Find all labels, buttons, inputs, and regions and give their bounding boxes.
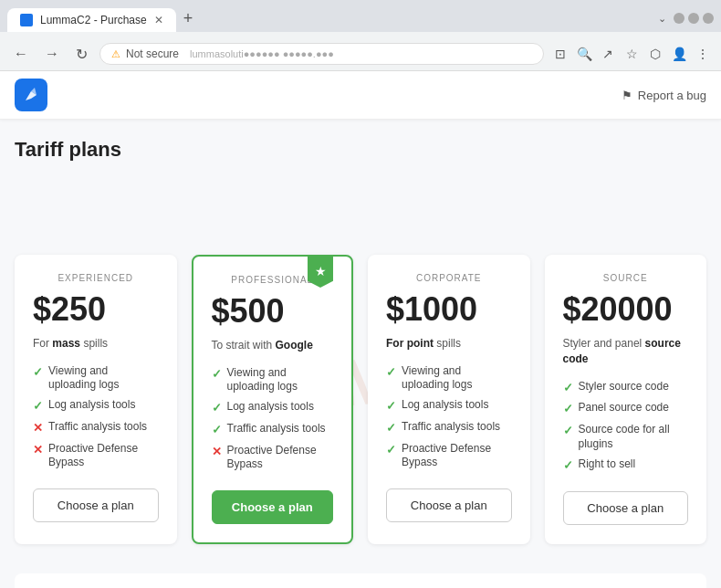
- report-bug-button[interactable]: ⚑ Report a bug: [622, 89, 706, 102]
- profile-icon[interactable]: 👤: [670, 45, 688, 63]
- feature-item: ✓Viewing and uploading logs: [212, 366, 334, 394]
- cross-icon: ✕: [33, 421, 43, 436]
- reload-button[interactable]: ↻: [71, 44, 92, 65]
- window-controls: ⌄: [658, 13, 714, 25]
- plan-desc-source: Styler and panel source code: [563, 336, 689, 367]
- plans-grid: EXPERIENCED $250 For mass spills ✓Viewin…: [15, 255, 706, 544]
- minimize-button[interactable]: [674, 13, 684, 24]
- plan-price-experienced: $250: [33, 290, 159, 329]
- plan-features-corporate: ✓Viewing and uploading logs ✓Log analysi…: [386, 364, 512, 470]
- choose-plan-button-experienced[interactable]: Choose a plan: [33, 488, 159, 522]
- check-icon: ✓: [563, 402, 573, 417]
- plan-name-corporate: CORPORATE: [386, 273, 512, 283]
- feature-item: ✓Viewing and uploading logs: [386, 364, 512, 393]
- faq-section: Answers on questions What's your takeawa…: [15, 573, 706, 588]
- menu-icon[interactable]: ⋮: [694, 45, 712, 63]
- check-icon: ✓: [33, 399, 43, 415]
- feature-item: ✓Source code for all plugins: [563, 423, 689, 451]
- check-icon: ✓: [563, 381, 573, 396]
- browser-chrome: LummaC2 - Purchase ✕ + ⌄: [0, 0, 721, 32]
- cross-icon: ✕: [33, 443, 43, 458]
- feature-item: ✓Viewing and uploading logs: [33, 364, 159, 393]
- tab-favicon: [20, 14, 33, 26]
- security-icon: ⚠: [111, 48, 120, 60]
- plan-card-professional: ★ PROFESSIONAL $500 To strait with Googl…: [192, 255, 354, 544]
- plan-price-professional: $500: [212, 292, 334, 331]
- bookmark-icon[interactable]: ☆: [622, 45, 641, 63]
- chevron-icon: ⌄: [658, 13, 666, 25]
- choose-plan-button-source[interactable]: Choose a plan: [563, 491, 689, 525]
- toolbar-icons: ⊡ 🔍 ↗ ☆ ⬡ 👤 ⋮: [551, 45, 712, 63]
- plan-card-corporate: CORPORATE $1000 For point spills ✓Viewin…: [368, 255, 530, 544]
- feature-item: ✕Proactive Defense Bypass: [33, 442, 159, 470]
- feature-item: ✓Log analysis tools: [212, 400, 334, 416]
- plan-features-experienced: ✓Viewing and uploading logs ✓Log analysi…: [33, 364, 159, 470]
- check-icon: ✓: [212, 423, 222, 438]
- browser-toolbar: ← → ↻ ⚠ Not secure lummasoluti●●●●●● ●●●…: [0, 37, 721, 71]
- logo-icon: [22, 86, 40, 104]
- feature-item: ✕Proactive Defense Bypass: [212, 444, 334, 472]
- check-icon: ✓: [386, 365, 396, 381]
- page-header: ⚑ Report a bug: [0, 71, 721, 120]
- feature-item: ✕Traffic analysis tools: [33, 420, 159, 436]
- feature-item: ✓Right to sell: [563, 457, 689, 474]
- close-button[interactable]: [703, 13, 714, 24]
- title-bar: LummaC2 - Purchase ✕ + ⌄: [7, 5, 714, 32]
- plan-features-professional: ✓Viewing and uploading logs ✓Log analysi…: [212, 366, 334, 472]
- choose-plan-button-corporate[interactable]: Choose a plan: [386, 488, 512, 522]
- plan-card-experienced: EXPERIENCED $250 For mass spills ✓Viewin…: [15, 255, 177, 544]
- page: ⚑ Report a bug Tariff plans LUMMAC2 EXPE…: [0, 71, 721, 588]
- check-icon: ✓: [212, 401, 222, 416]
- page-title: Tariff plans: [15, 138, 706, 162]
- plan-desc-professional: To strait with Google: [212, 338, 334, 353]
- forward-button[interactable]: →: [40, 44, 64, 64]
- share-icon[interactable]: ↗: [599, 45, 617, 63]
- report-bug-label: Report a bug: [638, 89, 706, 102]
- feature-item: ✓Proactive Defense Bypass: [386, 442, 512, 470]
- plans-section: LUMMAC2 EXPERIENCED $250 For mass spills…: [15, 180, 706, 544]
- plan-desc-corporate: For point spills: [386, 336, 512, 352]
- plan-features-source: ✓Styler source code ✓Panel source code ✓…: [563, 380, 689, 474]
- plan-name-source: SOURCE: [563, 273, 689, 283]
- cast-icon[interactable]: ⊡: [551, 45, 569, 63]
- plan-card-source: SOURCE $20000 Styler and panel source co…: [545, 255, 707, 544]
- plan-price-source: $20000: [563, 290, 689, 329]
- choose-plan-button-professional[interactable]: Choose a plan: [212, 490, 334, 524]
- check-icon: ✓: [33, 365, 43, 381]
- check-icon: ✓: [563, 424, 573, 439]
- address-bar[interactable]: ⚠ Not secure lummasoluti●●●●●● ●●●●●.●●●: [99, 43, 544, 65]
- feature-item: ✓Styler source code: [563, 380, 689, 396]
- check-icon: ✓: [212, 367, 222, 383]
- tab-title: LummaC2 - Purchase: [40, 14, 147, 26]
- back-button[interactable]: ←: [9, 44, 33, 64]
- plan-price-corporate: $1000: [386, 290, 512, 329]
- feature-item: ✓Traffic analysis tools: [212, 422, 334, 438]
- check-icon: ✓: [563, 458, 573, 474]
- maximize-button[interactable]: [688, 13, 699, 24]
- feature-item: ✓Panel source code: [563, 401, 689, 417]
- security-label: Not secure: [126, 47, 179, 60]
- feature-item: ✓Log analysis tools: [386, 398, 512, 415]
- plan-name-experienced: EXPERIENCED: [33, 273, 159, 283]
- check-icon: ✓: [386, 421, 396, 436]
- browser-tabs: LummaC2 - Purchase ✕ +: [7, 5, 200, 32]
- logo: [15, 79, 47, 111]
- cross-icon: ✕: [212, 445, 222, 460]
- feature-item: ✓Log analysis tools: [33, 398, 159, 415]
- browser-tab[interactable]: LummaC2 - Purchase ✕: [7, 8, 176, 32]
- new-tab-button[interactable]: +: [176, 5, 201, 32]
- check-icon: ✓: [386, 399, 396, 415]
- featured-badge: ★: [308, 255, 333, 288]
- plan-desc-experienced: For mass spills: [33, 336, 159, 352]
- check-icon: ✓: [386, 443, 396, 458]
- search-icon[interactable]: 🔍: [575, 45, 593, 63]
- extensions-icon[interactable]: ⬡: [646, 45, 664, 63]
- flag-icon: ⚑: [622, 89, 632, 102]
- url-display: lummasoluti●●●●●● ●●●●●.●●●: [190, 48, 334, 59]
- page-content: Tariff plans LUMMAC2 EXPERIENCED $250 Fo…: [0, 120, 721, 588]
- tab-close-button[interactable]: ✕: [154, 14, 163, 26]
- feature-item: ✓Traffic analysis tools: [386, 420, 512, 436]
